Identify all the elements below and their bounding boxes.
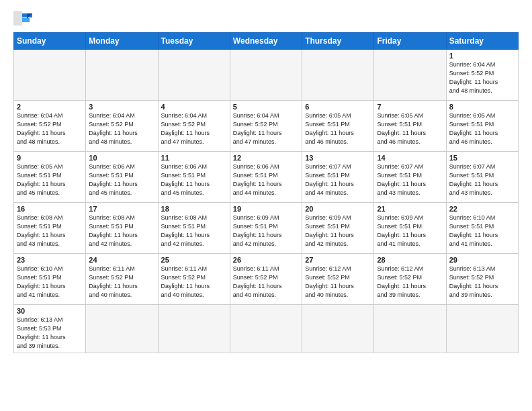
day-cell xyxy=(86,50,158,101)
day-cell: 14Sunrise: 6:07 AM Sunset: 5:51 PM Dayli… xyxy=(374,152,446,203)
day-info: Sunrise: 6:09 AM Sunset: 5:51 PM Dayligh… xyxy=(377,214,443,248)
day-number: 6 xyxy=(305,103,371,111)
day-cell: 29Sunrise: 6:13 AM Sunset: 5:52 PM Dayli… xyxy=(446,254,518,305)
day-info: Sunrise: 6:07 AM Sunset: 5:51 PM Dayligh… xyxy=(305,163,371,197)
day-cell: 10Sunrise: 6:06 AM Sunset: 5:51 PM Dayli… xyxy=(86,152,158,203)
day-cell: 6Sunrise: 6:05 AM Sunset: 5:51 PM Daylig… xyxy=(302,101,374,152)
logo xyxy=(13,11,35,26)
day-number: 11 xyxy=(161,154,227,162)
day-number: 3 xyxy=(89,103,154,111)
day-cell: 22Sunrise: 6:10 AM Sunset: 5:51 PM Dayli… xyxy=(446,203,518,254)
weekday-header-thursday: Thursday xyxy=(302,33,374,50)
week-row-2: 2Sunrise: 6:04 AM Sunset: 5:52 PM Daylig… xyxy=(14,101,519,152)
day-cell: 5Sunrise: 6:04 AM Sunset: 5:52 PM Daylig… xyxy=(230,101,302,152)
day-cell: 8Sunrise: 6:05 AM Sunset: 5:51 PM Daylig… xyxy=(446,101,518,152)
day-number: 4 xyxy=(161,103,227,111)
day-number: 13 xyxy=(305,154,371,162)
day-number: 29 xyxy=(449,256,515,264)
day-info: Sunrise: 6:07 AM Sunset: 5:51 PM Dayligh… xyxy=(449,163,515,197)
day-number: 30 xyxy=(17,307,83,315)
weekday-header-saturday: Saturday xyxy=(446,33,518,50)
day-info: Sunrise: 6:05 AM Sunset: 5:51 PM Dayligh… xyxy=(449,111,515,146)
day-cell: 4Sunrise: 6:04 AM Sunset: 5:52 PM Daylig… xyxy=(158,101,230,152)
day-number: 23 xyxy=(17,256,83,264)
day-info: Sunrise: 6:06 AM Sunset: 5:51 PM Dayligh… xyxy=(89,163,154,197)
day-number: 12 xyxy=(233,154,299,162)
calendar: SundayMondayTuesdayWednesdayThursdayFrid… xyxy=(13,32,519,353)
day-number: 7 xyxy=(377,103,443,111)
day-info: Sunrise: 6:04 AM Sunset: 5:52 PM Dayligh… xyxy=(89,111,154,146)
weekday-header-tuesday: Tuesday xyxy=(158,33,230,50)
day-number: 1 xyxy=(449,52,515,60)
weekday-header-row: SundayMondayTuesdayWednesdayThursdayFrid… xyxy=(14,33,519,50)
day-info: Sunrise: 6:10 AM Sunset: 5:51 PM Dayligh… xyxy=(17,265,83,300)
day-number: 18 xyxy=(161,205,227,213)
day-cell xyxy=(302,305,374,353)
day-cell: 21Sunrise: 6:09 AM Sunset: 5:51 PM Dayli… xyxy=(374,203,446,254)
day-info: Sunrise: 6:09 AM Sunset: 5:51 PM Dayligh… xyxy=(305,214,371,248)
day-info: Sunrise: 6:06 AM Sunset: 5:51 PM Dayligh… xyxy=(161,163,227,197)
logo-icon xyxy=(13,11,32,26)
day-info: Sunrise: 6:09 AM Sunset: 5:51 PM Dayligh… xyxy=(233,214,299,248)
day-info: Sunrise: 6:13 AM Sunset: 5:52 PM Dayligh… xyxy=(449,265,515,300)
day-cell: 15Sunrise: 6:07 AM Sunset: 5:51 PM Dayli… xyxy=(446,152,518,203)
day-cell xyxy=(158,305,230,353)
day-info: Sunrise: 6:04 AM Sunset: 5:52 PM Dayligh… xyxy=(161,111,227,146)
day-info: Sunrise: 6:04 AM Sunset: 5:52 PM Dayligh… xyxy=(17,111,83,146)
page: SundayMondayTuesdayWednesdayThursdayFrid… xyxy=(0,0,532,360)
day-info: Sunrise: 6:11 AM Sunset: 5:52 PM Dayligh… xyxy=(89,265,154,300)
day-cell xyxy=(374,305,446,353)
day-cell: 16Sunrise: 6:08 AM Sunset: 5:51 PM Dayli… xyxy=(14,203,86,254)
day-number: 28 xyxy=(377,256,443,264)
day-info: Sunrise: 6:04 AM Sunset: 5:52 PM Dayligh… xyxy=(233,111,299,146)
day-cell: 17Sunrise: 6:08 AM Sunset: 5:51 PM Dayli… xyxy=(86,203,158,254)
day-number: 22 xyxy=(449,205,515,213)
day-number: 16 xyxy=(17,205,83,213)
day-number: 20 xyxy=(305,205,371,213)
day-info: Sunrise: 6:10 AM Sunset: 5:51 PM Dayligh… xyxy=(449,214,515,248)
weekday-header-friday: Friday xyxy=(374,33,446,50)
day-cell: 30Sunrise: 6:13 AM Sunset: 5:53 PM Dayli… xyxy=(14,305,86,353)
day-info: Sunrise: 6:05 AM Sunset: 5:51 PM Dayligh… xyxy=(305,111,371,146)
day-info: Sunrise: 6:06 AM Sunset: 5:51 PM Dayligh… xyxy=(233,163,299,197)
week-row-5: 23Sunrise: 6:10 AM Sunset: 5:51 PM Dayli… xyxy=(14,254,519,305)
day-number: 19 xyxy=(233,205,299,213)
week-row-3: 9Sunrise: 6:05 AM Sunset: 5:51 PM Daylig… xyxy=(14,152,519,203)
day-cell: 27Sunrise: 6:12 AM Sunset: 5:52 PM Dayli… xyxy=(302,254,374,305)
day-number: 10 xyxy=(89,154,154,162)
day-cell xyxy=(86,305,158,353)
day-number: 8 xyxy=(449,103,515,111)
day-info: Sunrise: 6:12 AM Sunset: 5:52 PM Dayligh… xyxy=(305,265,371,300)
day-cell: 23Sunrise: 6:10 AM Sunset: 5:51 PM Dayli… xyxy=(14,254,86,305)
day-cell: 19Sunrise: 6:09 AM Sunset: 5:51 PM Dayli… xyxy=(230,203,302,254)
day-number: 17 xyxy=(89,205,154,213)
day-cell: 1Sunrise: 6:04 AM Sunset: 5:52 PM Daylig… xyxy=(446,50,518,101)
day-cell: 11Sunrise: 6:06 AM Sunset: 5:51 PM Dayli… xyxy=(158,152,230,203)
day-info: Sunrise: 6:08 AM Sunset: 5:51 PM Dayligh… xyxy=(89,214,154,248)
day-number: 21 xyxy=(377,205,443,213)
day-cell xyxy=(230,305,302,353)
day-cell: 3Sunrise: 6:04 AM Sunset: 5:52 PM Daylig… xyxy=(86,101,158,152)
day-number: 25 xyxy=(161,256,227,264)
weekday-header-wednesday: Wednesday xyxy=(230,33,302,50)
day-number: 5 xyxy=(233,103,299,111)
day-info: Sunrise: 6:11 AM Sunset: 5:52 PM Dayligh… xyxy=(161,265,227,300)
day-info: Sunrise: 6:05 AM Sunset: 5:51 PM Dayligh… xyxy=(377,111,443,146)
day-cell: 24Sunrise: 6:11 AM Sunset: 5:52 PM Dayli… xyxy=(86,254,158,305)
week-row-1: 1Sunrise: 6:04 AM Sunset: 5:52 PM Daylig… xyxy=(14,50,519,101)
day-cell: 12Sunrise: 6:06 AM Sunset: 5:51 PM Dayli… xyxy=(230,152,302,203)
svg-marker-2 xyxy=(22,18,30,22)
day-cell xyxy=(446,305,518,353)
day-number: 9 xyxy=(17,154,83,162)
weekday-header-monday: Monday xyxy=(86,33,158,50)
day-number: 24 xyxy=(89,256,154,264)
day-cell: 7Sunrise: 6:05 AM Sunset: 5:51 PM Daylig… xyxy=(374,101,446,152)
day-cell xyxy=(302,50,374,101)
day-info: Sunrise: 6:08 AM Sunset: 5:51 PM Dayligh… xyxy=(17,214,83,248)
day-cell xyxy=(158,50,230,101)
day-cell: 9Sunrise: 6:05 AM Sunset: 5:51 PM Daylig… xyxy=(14,152,86,203)
day-cell: 20Sunrise: 6:09 AM Sunset: 5:51 PM Dayli… xyxy=(302,203,374,254)
day-cell xyxy=(230,50,302,101)
day-info: Sunrise: 6:05 AM Sunset: 5:51 PM Dayligh… xyxy=(17,163,83,197)
day-number: 27 xyxy=(305,256,371,264)
